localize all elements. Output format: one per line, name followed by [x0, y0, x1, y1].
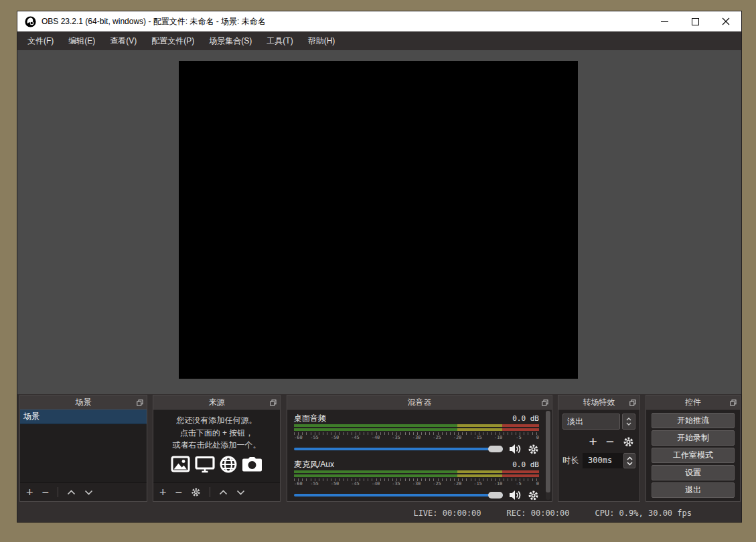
transition-select[interactable]: 淡出 — [562, 414, 635, 430]
controls-dock-title: 控件 — [685, 397, 701, 407]
popout-icon[interactable] — [270, 399, 277, 406]
remove-source-button[interactable]: − — [175, 486, 183, 499]
duration-spin-arrows[interactable] — [623, 453, 635, 468]
sources-toolbar: + − — [153, 482, 280, 501]
meter-scale-label: -45 — [351, 435, 360, 440]
maximize-button[interactable] — [680, 11, 710, 31]
speaker-icon[interactable] — [509, 444, 522, 454]
duration-spinbox[interactable]: 300ms — [583, 453, 635, 468]
close-button[interactable] — [710, 11, 741, 31]
menubar: 文件(F) 编辑(E) 查看(V) 配置文件(P) 场景集合(S) 工具(T) … — [17, 31, 741, 50]
speaker-icon[interactable] — [509, 490, 522, 501]
meter-scale-label: -25 — [433, 481, 441, 486]
move-scene-down-button[interactable] — [84, 490, 93, 495]
menu-item-edit[interactable]: 编辑(E) — [61, 31, 102, 50]
sources-empty-line: 您还没有添加任何源。 — [153, 414, 280, 427]
audio-level-meter — [294, 424, 539, 427]
add-source-button[interactable]: + — [159, 486, 167, 499]
meter-scale-label: -30 — [412, 435, 421, 440]
menu-item-scene-collection[interactable]: 场景集合(S) — [202, 31, 259, 50]
menu-item-profile[interactable]: 配置文件(P) — [144, 31, 202, 50]
obs-logo-icon — [25, 16, 36, 27]
popout-icon[interactable] — [629, 399, 636, 406]
titlebar[interactable]: OBS 23.2.1 (64-bit, windows) - 配置文件: 未命名… — [17, 11, 741, 31]
meter-scale-label: 0 — [536, 435, 539, 440]
transition-properties-gear-icon[interactable] — [623, 436, 634, 448]
meter-scale-label: -60 — [294, 435, 303, 440]
meter-scale-label: -40 — [372, 435, 380, 440]
menu-item-tools[interactable]: 工具(T) — [259, 31, 300, 50]
scenes-toolbar: + − — [20, 482, 147, 501]
meter-scale-label: -35 — [392, 435, 400, 440]
volume-slider-handle[interactable] — [488, 446, 503, 452]
volume-slider[interactable] — [294, 443, 503, 455]
meter-scale-label: -25 — [433, 435, 441, 440]
toolbar-separator — [210, 487, 210, 497]
meter-scale: -60-55-50-45-40-35-30-25-20-15-10-50 — [294, 481, 539, 487]
remove-scene-button[interactable]: − — [42, 486, 50, 499]
sources-dock-title: 来源 — [209, 397, 225, 407]
scene-list[interactable]: 场景 — [20, 410, 147, 483]
start-streaming-button[interactable]: 开始推流 — [652, 413, 735, 428]
statusbar: LIVE: 00:00:00 REC: 00:00:00 CPU: 0.9%, … — [17, 503, 741, 523]
exit-button[interactable]: 退出 — [652, 482, 735, 498]
meter-scale-label: -15 — [473, 481, 482, 486]
obs-window: OBS 23.2.1 (64-bit, windows) - 配置文件: 未命名… — [17, 11, 742, 523]
volume-slider[interactable] — [294, 489, 503, 501]
mixer-dock-header[interactable]: 混音器 — [287, 395, 552, 410]
transition-select-arrows[interactable] — [622, 414, 635, 430]
channel-settings-gear-icon[interactable] — [528, 444, 539, 455]
scene-list-item[interactable]: 场景 — [20, 410, 147, 424]
preview-canvas[interactable] — [179, 61, 578, 379]
controls-dock-header[interactable]: 控件 — [646, 395, 741, 410]
controls-dock: 控件 开始推流 开始录制 工作室模式 设置 退出 — [646, 395, 741, 502]
sources-dock-body[interactable]: 您还没有添加任何源。 点击下面的 + 按钮， 或者右击此处添加一个。 — [153, 410, 281, 502]
menu-item-file[interactable]: 文件(F) — [20, 31, 61, 50]
mixer-channel-mic-aux: 麦克风/Aux 0.0 dB -60-55-50-45-40-35-30-25-… — [294, 459, 539, 502]
add-scene-button[interactable]: + — [26, 486, 33, 499]
meter-scale-label: -15 — [473, 435, 482, 440]
menu-item-help[interactable]: 帮助(H) — [301, 31, 343, 50]
display-source-icon — [195, 456, 215, 473]
meter-scale-label: -5 — [516, 435, 521, 440]
popout-icon[interactable] — [542, 399, 548, 406]
rec-time: REC: 00:00:00 — [507, 509, 570, 518]
remove-transition-button[interactable]: − — [606, 436, 614, 448]
meter-scale-label: 0 — [536, 481, 539, 486]
mixer-scrollbar-thumb[interactable] — [546, 411, 550, 492]
scenes-dock-header[interactable]: 场景 — [19, 395, 147, 410]
studio-mode-button[interactable]: 工作室模式 — [652, 448, 735, 463]
settings-button[interactable]: 设置 — [652, 465, 735, 480]
meter-scale-label: -55 — [310, 481, 319, 486]
transitions-dock: 转场特效 淡出 + − — [558, 395, 640, 502]
preview-area[interactable] — [17, 50, 741, 394]
duration-value[interactable]: 300ms — [583, 453, 623, 468]
transition-selected-value[interactable]: 淡出 — [562, 414, 620, 430]
popout-icon[interactable] — [137, 399, 143, 406]
source-list-empty[interactable]: 您还没有添加任何源。 点击下面的 + 按钮， 或者右击此处添加一个。 — [153, 410, 280, 483]
add-transition-button[interactable]: + — [589, 436, 597, 448]
sources-dock-header[interactable]: 来源 — [153, 395, 281, 410]
audio-level-meter — [294, 474, 539, 477]
start-recording-button[interactable]: 开始录制 — [652, 430, 735, 446]
window-title: OBS 23.2.1 (64-bit, windows) - 配置文件: 未命名… — [42, 16, 649, 27]
menu-item-view[interactable]: 查看(V) — [102, 31, 144, 50]
source-properties-gear-icon[interactable] — [191, 487, 201, 497]
channel-settings-gear-icon[interactable] — [528, 490, 539, 501]
image-source-icon — [171, 456, 190, 472]
move-source-down-button[interactable] — [236, 490, 245, 495]
move-source-up-button[interactable] — [219, 490, 228, 495]
meter-scale-label: -35 — [392, 481, 400, 486]
minimize-button[interactable] — [649, 11, 680, 31]
mixer-channel-desktop-audio: 桌面音频 0.0 dB -60-55-50-45-40-35-30-25-20-… — [294, 413, 539, 456]
mixer-scrollbar[interactable] — [546, 411, 550, 500]
transitions-dock-header[interactable]: 转场特效 — [558, 395, 640, 410]
desktop: { "window": { "title": "OBS 23.2.1 (64-b… — [0, 0, 756, 542]
meter-scale-label: -20 — [453, 481, 462, 486]
meter-scale-label: -60 — [294, 481, 303, 486]
meter-scale-label: -50 — [331, 481, 339, 486]
popout-icon[interactable] — [730, 399, 737, 406]
browser-source-icon — [220, 456, 237, 473]
volume-slider-handle[interactable] — [488, 492, 503, 499]
move-scene-up-button[interactable] — [67, 490, 76, 495]
